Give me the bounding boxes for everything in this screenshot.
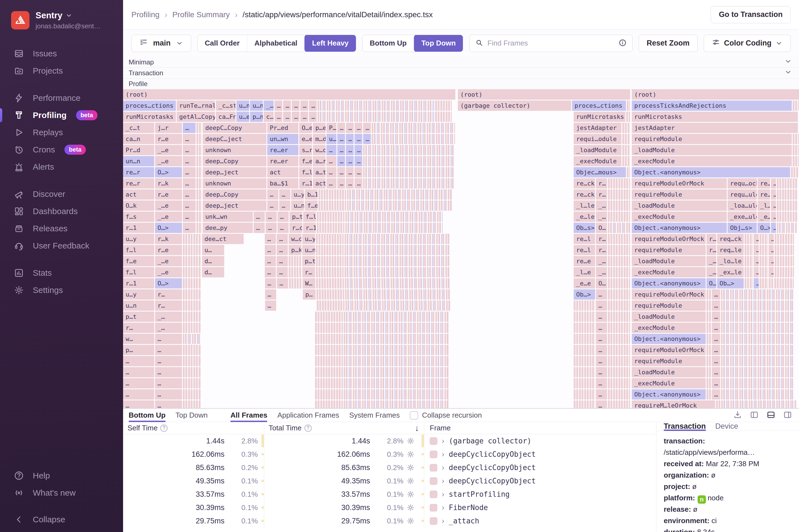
flame-slivers[interactable] xyxy=(345,245,450,255)
flame-slivers[interactable] xyxy=(318,189,346,200)
flame-frame[interactable]: processTicksAndRejections xyxy=(632,100,792,111)
sidebar-item-stats[interactable]: Stats xyxy=(0,264,123,282)
flame-slivers[interactable] xyxy=(183,334,201,344)
flame-frame[interactable]: _… xyxy=(596,201,607,211)
flame-frame[interactable]: … xyxy=(309,112,317,122)
flame-frame[interactable]: … xyxy=(354,123,362,133)
flame-frame[interactable]: j…r xyxy=(155,123,182,133)
flame-frame[interactable]: … xyxy=(596,300,607,311)
flame-frame[interactable]: _loadModule xyxy=(574,145,621,155)
flame-frame[interactable]: _execModule xyxy=(632,378,706,388)
flame-slivers[interactable] xyxy=(345,256,450,266)
flame-frame[interactable]: requireM…leOrMock xyxy=(632,400,715,408)
flame-slivers[interactable] xyxy=(435,100,452,111)
flame-frame[interactable]: … xyxy=(183,134,196,144)
flame-slivers[interactable] xyxy=(706,356,711,366)
flame-slivers[interactable] xyxy=(345,289,451,300)
flame-frame[interactable]: … xyxy=(123,356,154,366)
sort-call-order[interactable]: Call Order xyxy=(198,35,247,52)
flame-slivers[interactable] xyxy=(318,100,434,111)
flame-frame[interactable]: … xyxy=(183,201,196,211)
flame-slivers[interactable] xyxy=(777,178,797,189)
sidebar-item-alerts[interactable]: Alerts xyxy=(0,158,123,175)
table-row[interactable]: 33.57ms0.1%33.57ms0.1%›startProfiling xyxy=(123,488,656,501)
flame-frame[interactable]: r…e xyxy=(155,245,182,255)
flame-slivers[interactable] xyxy=(183,389,201,400)
frame-name[interactable]: deepCyclicCopyObject xyxy=(449,450,536,458)
flame-frame[interactable]: _execModule xyxy=(632,323,706,333)
tab-bottom-up[interactable]: Bottom Up xyxy=(129,409,166,422)
flame-slivers[interactable] xyxy=(760,256,768,266)
flame-slivers[interactable] xyxy=(793,100,799,111)
sidebar-item-performance[interactable]: Performance xyxy=(0,90,123,107)
flame-frame[interactable]: _… xyxy=(596,212,607,222)
sidebar-item-discover[interactable]: Discover xyxy=(0,186,123,203)
flame-frame[interactable]: … xyxy=(346,145,354,155)
sidebar-item-help[interactable]: Help xyxy=(0,467,123,484)
flame-frame[interactable]: … xyxy=(712,367,720,377)
flame-slivers[interactable] xyxy=(574,345,595,355)
flame-frame[interactable]: r… xyxy=(155,289,182,300)
total-time-header[interactable]: Total Time xyxy=(268,424,302,432)
flame-frame[interactable]: f…s xyxy=(123,212,154,222)
flame-frame[interactable]: u…n xyxy=(237,100,249,111)
flame-frame[interactable]: re…r xyxy=(123,178,154,189)
frame-name[interactable]: startProfiling xyxy=(449,490,509,498)
flame-frame[interactable]: … xyxy=(712,311,720,322)
layout-bottom-icon[interactable] xyxy=(766,410,776,421)
flame-frame[interactable]: unknown xyxy=(203,178,266,189)
flame-frame[interactable]: re…l xyxy=(574,245,595,255)
flame-slivers[interactable] xyxy=(706,289,711,300)
flame-frame[interactable]: p…e xyxy=(313,123,326,133)
flame-frame[interactable]: … xyxy=(277,278,288,288)
flame-frame[interactable]: f…l xyxy=(303,212,316,222)
flame-frame[interactable]: … xyxy=(327,167,336,177)
flame-frame[interactable]: … xyxy=(771,223,776,233)
flame-slivers[interactable] xyxy=(791,167,799,177)
flame-frame[interactable]: … xyxy=(155,334,182,344)
tab-application-frames[interactable]: Application Frames xyxy=(277,409,339,422)
flame-frame[interactable]: … xyxy=(596,378,607,388)
flame-frame[interactable]: u…n xyxy=(291,201,304,211)
flame-frame[interactable]: … xyxy=(123,367,154,377)
flame-slivers[interactable] xyxy=(622,123,630,133)
flame-frame[interactable]: … xyxy=(771,212,776,222)
flame-frame[interactable]: Object.<anonymous> xyxy=(632,278,706,288)
find-frames-search[interactable] xyxy=(469,35,632,52)
gear-icon[interactable] xyxy=(403,437,418,445)
flame-frame[interactable]: r… xyxy=(155,300,182,311)
flame-frame[interactable]: requireModuleOrMock xyxy=(632,345,706,355)
flame-slivers[interactable] xyxy=(363,156,455,166)
flame-frame[interactable]: … xyxy=(754,245,759,255)
flame-frame[interactable]: _exe…ule xyxy=(728,212,757,222)
flame-frame[interactable]: … xyxy=(183,189,196,200)
flame-frame[interactable]: … xyxy=(596,334,607,344)
flame-frame[interactable]: … xyxy=(712,289,720,300)
flame-frame[interactable]: … xyxy=(267,201,278,211)
flame-frame[interactable]: … xyxy=(275,112,282,122)
flame-frame[interactable]: ca…Fn xyxy=(216,112,236,122)
flame-slivers[interactable] xyxy=(289,267,301,278)
flame-frame[interactable]: r… xyxy=(302,267,315,278)
flame-frame[interactable]: … xyxy=(337,156,345,166)
flame-slivers[interactable] xyxy=(574,300,595,311)
flame-frame[interactable]: c… xyxy=(264,112,274,122)
frame-name[interactable]: _attach xyxy=(449,517,479,525)
flame-slivers[interactable] xyxy=(183,311,201,322)
flame-slivers[interactable] xyxy=(706,345,711,355)
flame-slivers[interactable] xyxy=(372,134,455,144)
flame-slivers[interactable] xyxy=(608,311,630,322)
tab-transaction[interactable]: Transaction xyxy=(664,422,706,431)
flame-frame[interactable]: … xyxy=(354,134,362,144)
search-input[interactable] xyxy=(487,39,614,48)
flame-frame[interactable]: … xyxy=(283,112,291,122)
flame-slivers[interactable] xyxy=(435,112,452,122)
flame-slivers[interactable] xyxy=(745,245,753,255)
flame-frame[interactable]: … xyxy=(596,323,607,333)
flame-slivers[interactable] xyxy=(745,267,753,278)
flame-frame[interactable]: … xyxy=(712,300,720,311)
flame-frame[interactable]: … xyxy=(183,145,196,155)
flame-frame[interactable]: re…er xyxy=(267,156,298,166)
flame-frame[interactable]: _…e xyxy=(155,145,182,155)
flame-frame[interactable]: re…r xyxy=(123,167,154,177)
